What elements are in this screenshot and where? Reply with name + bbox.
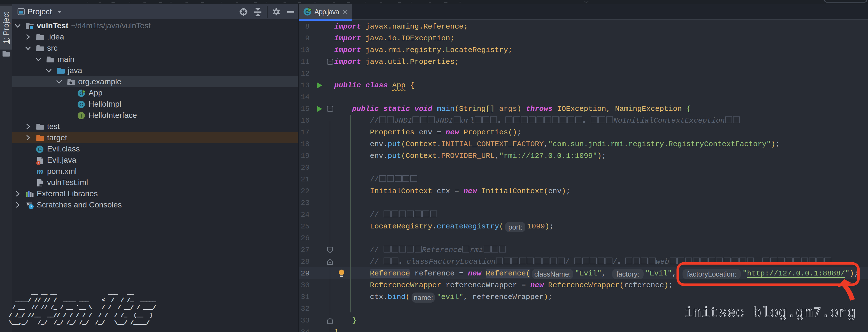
svg-text:C: C <box>38 146 42 152</box>
svg-text:J: J <box>37 162 39 165</box>
svg-text:I: I <box>81 113 82 119</box>
svg-text:m: m <box>37 168 43 175</box>
svg-text:C: C <box>79 102 83 107</box>
